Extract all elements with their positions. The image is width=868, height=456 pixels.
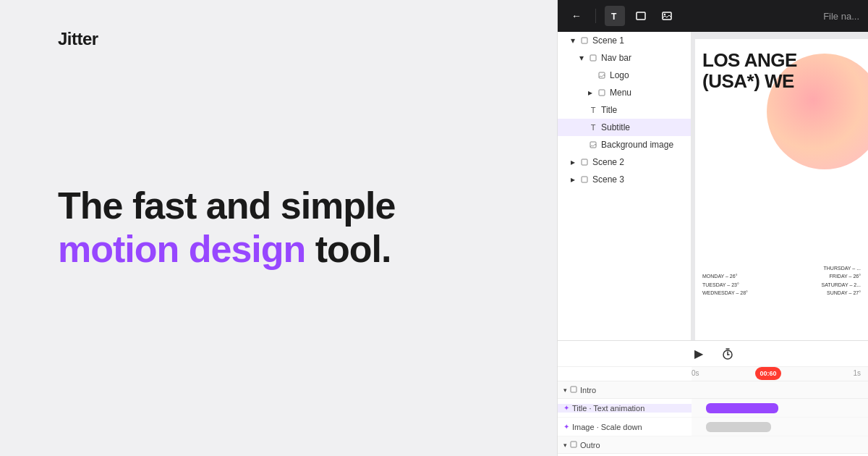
svg-rect-6 xyxy=(599,72,605,78)
frame-icon-scene3 xyxy=(579,174,590,185)
outro-section: ▾ Outro xyxy=(558,436,868,454)
canvas-bottom-left: MONDAY – 26°TUESDAY – 23°WEDNESDAY – 28° xyxy=(702,272,748,297)
layer-title[interactable]: ▾ T Title xyxy=(558,101,691,119)
spark-icon-image: ✦ xyxy=(563,423,569,431)
image-icon-logo xyxy=(597,70,607,80)
layer-background-image[interactable]: ▾ Background image xyxy=(558,136,691,153)
track-image-row: ✦ Image · Scale down xyxy=(558,418,868,436)
file-name: File na... xyxy=(823,11,859,22)
editor-panel: ← T File na... ▾ xyxy=(557,0,868,456)
chevron-scene2: ▸ xyxy=(569,159,576,166)
svg-rect-5 xyxy=(590,55,596,61)
layer-navbar[interactable]: ▾ Nav bar xyxy=(558,49,691,67)
timeline: ▶ 0s 00:60 1s xyxy=(558,340,868,456)
layer-menu[interactable]: ▸ Menu xyxy=(558,84,691,101)
track-title-text: Title · Text animation xyxy=(572,404,644,413)
play-button[interactable]: ▶ xyxy=(690,345,707,363)
frame-icon-menu xyxy=(597,88,607,98)
svg-text:T: T xyxy=(611,12,617,21)
ruler-1s: 1s xyxy=(853,369,861,377)
frame-tool-button[interactable] xyxy=(631,6,651,26)
chevron-intro: ▾ xyxy=(563,387,567,394)
frame-icon xyxy=(636,12,646,20)
canvas-text-line1: LOS ANGE xyxy=(702,49,797,71)
frame-icon-outro xyxy=(570,441,577,449)
layer-subtitle-label: Subtitle xyxy=(601,122,630,132)
layer-scene2[interactable]: ▸ Scene 2 xyxy=(558,153,691,171)
image-tool-button[interactable] xyxy=(657,6,677,26)
text-tool-button[interactable]: T xyxy=(605,6,625,26)
layer-logo-label: Logo xyxy=(610,70,629,80)
layer-bg-label: Background image xyxy=(601,140,673,150)
layers-panel: ▾ Scene 1 ▾ Nav bar ▾ Logo xyxy=(558,32,692,340)
layer-scene3-label: Scene 3 xyxy=(592,174,624,185)
toolbar-separator xyxy=(595,9,596,23)
headline-purple: motion design xyxy=(58,228,305,270)
svg-rect-9 xyxy=(582,159,587,165)
svg-rect-4 xyxy=(582,38,587,43)
chevron-navbar: ▾ xyxy=(578,54,585,62)
chevron-scene3: ▸ xyxy=(569,176,576,183)
svg-rect-10 xyxy=(582,177,587,182)
toolbar: ← T File na... xyxy=(558,0,868,32)
timer-icon xyxy=(722,348,733,360)
headline-line1: The fast and simple xyxy=(58,185,395,227)
logo: Jitter xyxy=(58,29,98,49)
chevron-outro: ▾ xyxy=(563,442,567,449)
layer-scene2-label: Scene 2 xyxy=(592,157,624,167)
intro-section: ▾ Intro xyxy=(558,381,868,399)
track-title-content xyxy=(692,399,868,417)
canvas-area: LOS ANGE (USA*) WE MONDAY – 26°TUESDAY –… xyxy=(692,32,868,340)
frame-icon-scene1 xyxy=(579,35,590,46)
timeline-ruler: 0s 00:60 1s xyxy=(558,367,868,381)
headline: The fast and simple motion design tool. xyxy=(58,185,492,271)
title-animation-bar xyxy=(706,403,778,413)
frame-icon-intro xyxy=(570,386,577,394)
timer-button[interactable] xyxy=(719,345,736,363)
canvas-frame: LOS ANGE (USA*) WE MONDAY – 26°TUESDAY –… xyxy=(695,39,868,340)
timeline-controls: ▶ xyxy=(558,341,868,367)
image-animation-bar xyxy=(706,422,771,432)
chevron-menu: ▸ xyxy=(587,89,594,96)
frame-icon-navbar xyxy=(588,53,598,63)
track-image-label[interactable]: ✦ Image · Scale down xyxy=(558,423,692,431)
image-icon xyxy=(662,12,672,20)
playhead-time: 00:60 xyxy=(760,370,776,377)
svg-rect-15 xyxy=(571,387,576,392)
svg-rect-1 xyxy=(637,12,645,20)
text-icon-subtitle: T xyxy=(588,122,598,132)
layer-scene3[interactable]: ▸ Scene 3 xyxy=(558,171,691,188)
svg-rect-16 xyxy=(571,442,576,447)
layer-title-label: Title xyxy=(601,105,617,115)
ruler-0s: 0s xyxy=(692,369,699,377)
track-image-text: Image · Scale down xyxy=(572,423,642,431)
image-icon-bg xyxy=(588,140,598,150)
track-title-row: ✦ Title · Text animation xyxy=(558,399,868,418)
intro-label: ▾ Intro xyxy=(558,386,692,394)
hero-section: Jitter The fast and simple motion design… xyxy=(0,0,550,456)
text-icon-title: T xyxy=(588,105,598,115)
ruler-track: 0s 00:60 1s xyxy=(692,367,868,381)
text-icon: T xyxy=(610,11,619,21)
layer-subtitle[interactable]: ▾ T Subtitle xyxy=(558,119,691,136)
chevron-scene1: ▾ xyxy=(569,37,576,44)
layer-scene1[interactable]: ▾ Scene 1 xyxy=(558,32,691,49)
headline-normal: tool. xyxy=(305,228,391,270)
playhead-badge: 00:60 xyxy=(755,367,781,380)
canvas-text-line2: (USA*) WE xyxy=(702,70,794,92)
back-button[interactable]: ← xyxy=(566,6,587,26)
frame-icon-scene2 xyxy=(579,157,590,167)
svg-rect-7 xyxy=(599,90,605,96)
layer-scene1-label: Scene 1 xyxy=(592,35,624,46)
layer-logo[interactable]: ▾ Logo xyxy=(558,67,691,84)
canvas-text: LOS ANGE (USA*) WE xyxy=(702,50,797,91)
outro-label: ▾ Outro xyxy=(558,441,692,449)
ruler-spacer xyxy=(558,367,692,381)
canvas-bottom-right: THURSDAY – ...FRIDAY – 26°SATURDAY – 2..… xyxy=(822,264,861,297)
svg-rect-8 xyxy=(590,142,596,148)
layer-navbar-label: Nav bar xyxy=(601,53,631,63)
track-title-label[interactable]: ✦ Title · Text animation xyxy=(558,404,692,413)
spark-icon-title: ✦ xyxy=(563,404,569,412)
svg-point-3 xyxy=(664,14,665,15)
track-image-content xyxy=(692,418,868,436)
